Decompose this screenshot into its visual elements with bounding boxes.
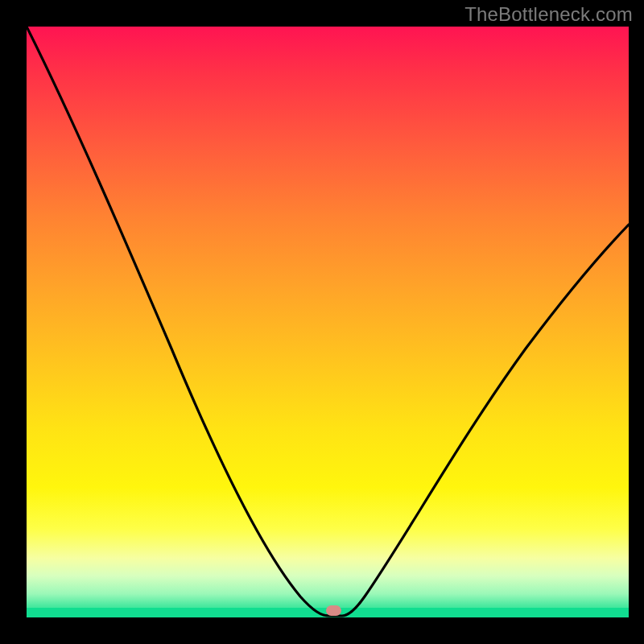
curve-path (27, 27, 629, 616)
plot-area (27, 27, 629, 617)
optimum-marker (326, 605, 341, 616)
bottleneck-curve (27, 27, 629, 617)
chart-frame: TheBottleneck.com (0, 0, 644, 644)
watermark-text: TheBottleneck.com (464, 3, 633, 26)
